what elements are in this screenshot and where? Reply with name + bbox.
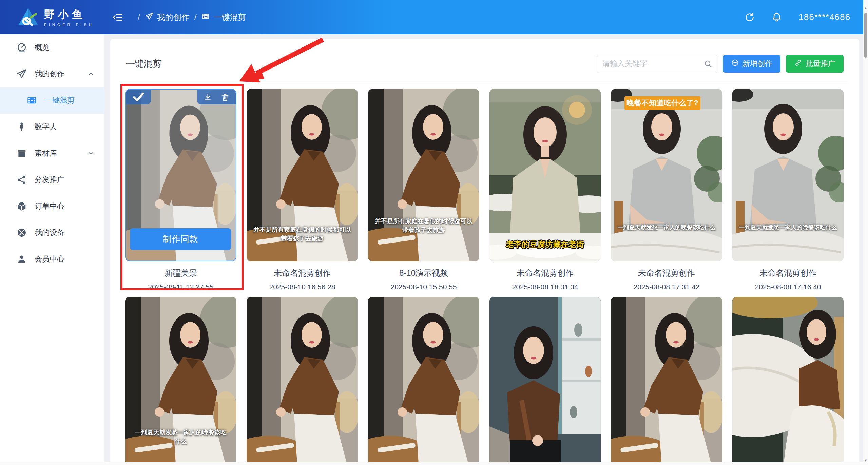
video-subtitle-caption: 一到夏天就发愁一家人的晚餐该吃 什么	[127, 428, 235, 446]
breadcrumb-one-click-mix[interactable]: 一键混剪	[201, 12, 246, 23]
creation-thumbnail[interactable]: 并不是所有家庭在暑假的时候都可以 带着孩子去旅游	[368, 89, 479, 261]
sidebar-item-label: 我的创作	[35, 69, 64, 79]
video-subtitle-caption: 一到夏天就发愁一家人的晚餐该吃什么	[611, 224, 722, 231]
app-logo: 野小鱼 FINGER FISH	[0, 0, 104, 34]
thumbnail-action-bar	[197, 90, 236, 104]
plus-circle-icon	[731, 59, 739, 69]
member-icon	[16, 254, 27, 265]
creation-card[interactable]: 晚餐不知道吃什么了? 一到夏天就发愁一家人的晚餐该吃什么 未命名混剪创作 202…	[611, 89, 722, 297]
sidebar-item-member-center[interactable]: 会员中心	[0, 246, 104, 272]
creation-card[interactable]	[611, 297, 722, 465]
creation-card[interactable]: 制作同款 新疆美景 2025-08-11 12:27:55	[125, 89, 236, 297]
sidebar-item-digital-human[interactable]: 数字人	[0, 114, 104, 140]
sidebar-item-my-devices[interactable]: 我的设备	[0, 219, 104, 246]
logo-title: 野小鱼	[44, 7, 94, 22]
sidebar-item-label: 分发推广	[35, 175, 64, 185]
creation-thumbnail[interactable]: 并不是所有家庭在暑假的时候都可以 带着孩子去旅游	[247, 89, 358, 261]
creation-card[interactable]: 一到夏天就发愁一家人的晚餐该吃什么 未命名混剪创作 2025-08-08 17:…	[732, 89, 844, 297]
creation-title: 8-10演示视频	[368, 268, 479, 278]
video-topic-badge: 晚餐不知道吃什么了?	[624, 96, 700, 110]
creation-date: 2025-08-11 12:27:55	[125, 283, 236, 291]
creation-card[interactable]: 老李的豆腐坊藏在老街 未命名混剪创作 2025-08-08 18:31:34	[489, 89, 601, 297]
creation-card[interactable]	[732, 297, 844, 465]
selected-check-icon[interactable]	[126, 90, 151, 104]
breadcrumb: / 我的创作 / 一键混剪	[138, 12, 246, 23]
creation-card[interactable]: 一到夏天就发愁一家人的晚餐该吃 什么	[125, 297, 236, 465]
film-icon	[201, 12, 210, 23]
make-same-style-button[interactable]: 制作同款	[130, 228, 231, 250]
sidebar-item-my-creations[interactable]: 我的创作	[0, 61, 104, 87]
creation-thumbnail[interactable]: 晚餐不知道吃什么了? 一到夏天就发愁一家人的晚餐该吃什么	[611, 89, 722, 261]
creation-card[interactable]: 并不是所有家庭在暑假的时候都可以 带着孩子去旅游 未命名混剪创作 2025-08…	[247, 89, 358, 297]
creation-card[interactable]	[368, 297, 479, 465]
box-icon	[16, 148, 27, 159]
creation-thumbnail[interactable]: 一到夏天就发愁一家人的晚餐该吃什么	[732, 89, 844, 261]
restaurant-woman-scene	[489, 89, 601, 261]
creation-card[interactable]	[247, 297, 358, 465]
sidebar-item-label: 订单中心	[35, 201, 64, 211]
vertical-scrollbar[interactable]: ▲ ▼	[863, 0, 868, 465]
chevron-up-icon	[87, 70, 95, 78]
refresh-icon[interactable]	[744, 12, 755, 23]
search-input[interactable]	[602, 59, 703, 68]
add-creation-button[interactable]: 新增创作	[723, 55, 780, 73]
sidebar-item-label: 我的设备	[35, 228, 64, 238]
modern-room-woman-scene	[489, 297, 601, 465]
sidebar-item-label: 素材库	[35, 148, 57, 158]
sidebar-collapse-icon[interactable]	[112, 12, 123, 23]
scrollbar-thumb[interactable]	[864, 13, 867, 58]
page-title: 一键混剪	[125, 58, 162, 70]
creation-thumbnail[interactable]	[247, 297, 358, 465]
creation-date: 2025-08-08 17:16:40	[732, 283, 844, 291]
download-icon[interactable]	[203, 93, 212, 102]
creation-title: 未命名混剪创作	[732, 268, 844, 278]
bottom-strip	[0, 462, 863, 465]
batch-promote-button[interactable]: 批量推广	[786, 55, 844, 73]
sidebar-item-order-center[interactable]: 订单中心	[0, 193, 104, 219]
trash-icon[interactable]	[220, 93, 230, 102]
creation-thumbnail[interactable]	[732, 297, 844, 465]
cube-icon	[16, 201, 27, 212]
keyword-search-box[interactable]	[597, 55, 717, 73]
person-icon	[16, 121, 27, 132]
search-icon[interactable]	[703, 59, 712, 68]
main-content-panel: 一键混剪 新增创作	[110, 39, 859, 465]
dashboard-icon	[16, 42, 27, 53]
video-subtitle-caption: 并不是所有家庭在暑假的时候都可以 带着孩子去旅游	[369, 217, 478, 234]
creation-card[interactable]: 并不是所有家庭在暑假的时候都可以 带着孩子去旅游 8-10演示视频 2025-0…	[368, 89, 479, 297]
top-header: 野小鱼 FINGER FISH / 我的创作 /	[0, 0, 868, 34]
creation-thumbnail[interactable]: 老李的豆腐坊藏在老街	[489, 89, 601, 261]
creation-thumbnail[interactable]	[611, 297, 722, 465]
logo-fish-icon	[17, 7, 39, 28]
bell-icon[interactable]	[771, 12, 782, 23]
sidebar-item-distribution[interactable]: 分发推广	[0, 167, 104, 193]
sidebar-nav: 概览我的创作一键混剪数字人素材库分发推广订单中心我的设备会员中心	[0, 34, 104, 465]
creation-card[interactable]	[489, 297, 601, 465]
creation-thumbnail[interactable]: 一到夏天就发愁一家人的晚餐该吃 什么	[125, 297, 236, 465]
creation-title: 未命名混剪创作	[611, 268, 722, 278]
creation-date: 2025-08-10 15:50:55	[368, 283, 479, 291]
account-phone-number[interactable]: 186****4686	[798, 12, 850, 22]
scroll-down-arrow-icon[interactable]: ▼	[863, 458, 868, 462]
chevron-down-icon	[87, 149, 95, 157]
scroll-up-arrow-icon[interactable]: ▲	[863, 6, 868, 10]
sidebar-item-one-click-mix[interactable]: 一键混剪	[0, 87, 104, 114]
sidebar-item-label: 会员中心	[35, 254, 64, 264]
sidebar-item-label: 概览	[35, 42, 50, 53]
creation-date: 2025-08-08 18:31:34	[489, 283, 601, 291]
creation-thumbnail[interactable]	[489, 297, 601, 465]
share-icon	[16, 174, 27, 185]
creation-thumbnail[interactable]	[368, 297, 479, 465]
breadcrumb-my-creations[interactable]: 我的创作	[145, 12, 190, 23]
video-subtitle-caption: 老李的豆腐坊藏在老街	[491, 239, 599, 250]
cafe-woman-scene	[247, 297, 358, 465]
cafe-woman-scene	[611, 297, 722, 465]
cafe-woman-scene	[368, 89, 479, 261]
creation-thumbnail[interactable]: 制作同款	[125, 89, 236, 261]
marble-table-woman-scene	[732, 297, 844, 465]
sidebar-item-overview[interactable]: 概览	[0, 34, 104, 61]
creation-title: 未命名混剪创作	[489, 268, 601, 278]
sidebar-item-material-library[interactable]: 素材库	[0, 140, 104, 167]
sidebar-item-label: 数字人	[35, 122, 57, 132]
link-icon	[794, 59, 802, 69]
